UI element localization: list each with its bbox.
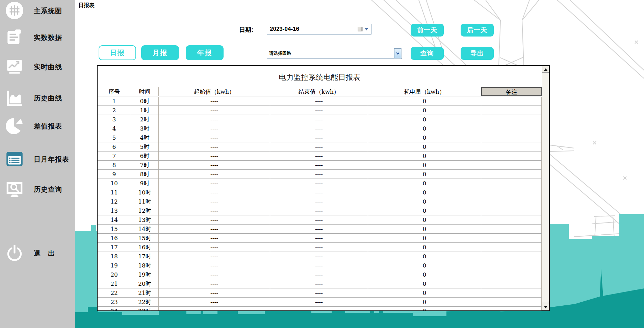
date-input[interactable]: 2023-04-16 xyxy=(267,24,371,34)
tab-daily-report[interactable]: 日报 xyxy=(99,45,136,60)
table-cell-time: 12时 xyxy=(131,206,159,215)
table-cell-remark xyxy=(481,225,542,233)
export-button[interactable]: 导出 xyxy=(461,47,494,60)
table-cell-end: ---- xyxy=(270,161,368,169)
table-cell-no: 15 xyxy=(98,225,131,233)
sidebar-item-realtime-curve[interactable]: 实时曲线 xyxy=(0,56,75,78)
triangle-up-icon xyxy=(544,68,547,71)
dropdown-arrow-button[interactable] xyxy=(394,48,401,58)
sidebar-item-diff-report[interactable]: 差值报表 xyxy=(0,115,75,137)
table-cell-end: ---- xyxy=(270,124,368,133)
table-cell-usage: 0 xyxy=(368,206,481,215)
table-cell-start: ---- xyxy=(159,225,270,233)
table-cell-end: ---- xyxy=(270,106,368,115)
table-cell-usage: 0 xyxy=(368,243,481,252)
table-cell-start: ---- xyxy=(159,161,270,169)
table-cell-no: 14 xyxy=(98,215,131,224)
table-cell-no: 12 xyxy=(98,197,131,206)
table-cell-no: 16 xyxy=(98,234,131,242)
table-row: 109时--------0 xyxy=(98,179,542,188)
table-cell-no: 1 xyxy=(98,97,131,106)
tab-yearly-report[interactable]: 年报 xyxy=(186,45,224,60)
table-cell-end: ---- xyxy=(270,206,368,215)
table-cell-start: ---- xyxy=(159,142,270,151)
table-cell-usage: 0 xyxy=(368,115,481,124)
table-cell-end: ---- xyxy=(270,234,368,242)
table-cell-remark xyxy=(481,142,542,151)
table-row: 1312时--------0 xyxy=(98,206,542,215)
table-row: 43时--------0 xyxy=(98,124,542,133)
sidebar-item-history-query[interactable]: 历史查询 xyxy=(0,179,75,200)
table-cell-no: 18 xyxy=(98,252,131,261)
table-cell-start: ---- xyxy=(159,115,270,124)
sidebar-item-history-curve[interactable]: 历史曲线 xyxy=(0,87,75,109)
history-curve-icon xyxy=(5,88,24,108)
table-cell-start: ---- xyxy=(159,288,270,297)
table-cell-remark xyxy=(481,170,542,179)
vertical-scrollbar[interactable] xyxy=(542,66,549,310)
sidebar-item-exit[interactable]: 退 出 xyxy=(0,242,75,264)
tab-monthly-report[interactable]: 月报 xyxy=(141,45,179,60)
table-row: 1615时--------0 xyxy=(98,234,542,243)
app-window: 主系统图 实数数据 实时曲线 xyxy=(0,0,644,328)
table-cell-remark xyxy=(481,133,542,142)
table-cell-start: ---- xyxy=(159,133,270,142)
column-header-remark[interactable]: 备注 xyxy=(481,87,542,96)
table-cell-usage: 0 xyxy=(368,307,481,310)
table-cell-no: 4 xyxy=(98,124,131,133)
sidebar-item-real-data[interactable]: 实数数据 xyxy=(0,27,75,48)
table-cell-end: ---- xyxy=(270,270,368,279)
report-list-icon xyxy=(5,149,24,169)
table-cell-no: 6 xyxy=(98,142,131,151)
table-cell-no: 22 xyxy=(98,288,131,297)
table-cell-time: 22时 xyxy=(131,298,159,306)
table-cell-no: 11 xyxy=(98,188,131,197)
table-cell-no: 5 xyxy=(98,133,131,142)
table-cell-start: ---- xyxy=(159,97,270,106)
next-day-button[interactable]: 后一天 xyxy=(461,24,494,37)
sidebar-item-main-system[interactable]: 主系统图 xyxy=(0,0,75,22)
table-row: 1514时--------0 xyxy=(98,225,542,234)
table-cell-no: 19 xyxy=(98,261,131,270)
scroll-up-button[interactable] xyxy=(542,66,549,73)
grid-circle-icon xyxy=(5,1,24,20)
table-cell-no: 10 xyxy=(98,179,131,188)
calendar-dropdown-icon[interactable] xyxy=(358,26,371,32)
pie-chart-icon xyxy=(5,116,24,136)
table-cell-start: ---- xyxy=(159,307,270,310)
table-row: 1211时--------0 xyxy=(98,197,542,206)
scrollbar-thumb[interactable] xyxy=(542,73,549,301)
circuit-select[interactable]: 请选择回路 xyxy=(267,48,402,59)
table-cell-remark xyxy=(481,115,542,124)
sidebar-item-label: 主系统图 xyxy=(34,6,62,16)
table-cell-time: 9时 xyxy=(131,179,159,188)
table-cell-time: 6时 xyxy=(131,151,159,160)
prev-day-button[interactable]: 前一天 xyxy=(411,24,444,37)
table-cell-end: ---- xyxy=(270,170,368,179)
table-cell-time: 11时 xyxy=(131,197,159,206)
table-cell-usage: 0 xyxy=(368,106,481,115)
table-cell-start: ---- xyxy=(159,197,270,206)
column-header-start-value: 起始值（kwh） xyxy=(159,87,270,96)
table-cell-usage: 0 xyxy=(368,179,481,188)
table-cell-remark xyxy=(481,270,542,279)
table-cell-time: 18时 xyxy=(131,261,159,270)
table-row: 32时--------0 xyxy=(98,115,542,124)
table-cell-time: 2时 xyxy=(131,115,159,124)
table-cell-remark xyxy=(481,279,542,288)
table-row: 1110时--------0 xyxy=(98,188,542,197)
table-cell-no: 20 xyxy=(98,270,131,279)
table-cell-remark xyxy=(481,307,542,310)
scroll-down-button[interactable] xyxy=(542,304,549,310)
table-row: 1716时--------0 xyxy=(98,243,542,252)
table-row: 2322时--------0 xyxy=(98,298,542,307)
table-row: 1918时--------0 xyxy=(98,261,542,270)
table-row: 21时--------0 xyxy=(98,106,542,115)
table-body: 10时--------021时--------032时--------043时-… xyxy=(98,97,542,310)
chevron-down-icon xyxy=(396,52,400,55)
sidebar-item-day-month-year-report[interactable]: 日月年报表 xyxy=(0,148,75,170)
table-cell-end: ---- xyxy=(270,243,368,252)
query-button[interactable]: 查询 xyxy=(411,47,444,60)
table-row: 1413时--------0 xyxy=(98,215,542,225)
table-cell-no: 23 xyxy=(98,298,131,306)
